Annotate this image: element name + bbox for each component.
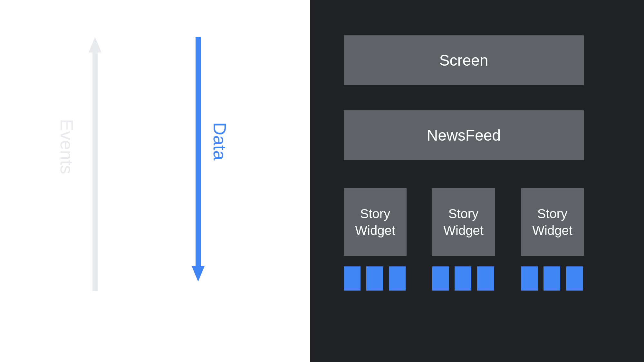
story-widget-box: StoryWidget: [432, 188, 495, 256]
blue-rect: [344, 266, 360, 291]
data-arrow-container: Data: [192, 37, 205, 282]
blue-rect: [366, 266, 383, 291]
screen-box: Screen: [344, 35, 584, 85]
screen-box-label: Screen: [439, 51, 488, 69]
blue-rect: [566, 266, 583, 291]
right-panel: Screen NewsFeed StoryWidget StoryWidget …: [310, 0, 644, 362]
blue-rect: [521, 266, 538, 291]
blue-rect-group: [432, 266, 494, 291]
story-widget-label: StoryWidget: [529, 205, 576, 239]
svg-marker-1: [192, 37, 205, 282]
left-panel: Events Data: [0, 0, 310, 362]
arrow-up-icon: [89, 37, 101, 291]
blue-rect: [389, 266, 406, 291]
story-widget-box: StoryWidget: [344, 188, 407, 256]
blue-rect: [432, 266, 449, 291]
events-arrow-container: Events: [89, 37, 101, 291]
blue-rect: [477, 266, 494, 291]
story-widget-label: StoryWidget: [440, 205, 487, 239]
story-widget-box: StoryWidget: [521, 188, 584, 256]
blue-rect: [543, 266, 560, 291]
svg-marker-0: [89, 37, 101, 291]
blue-rect: [455, 266, 471, 291]
story-widget-label: StoryWidget: [352, 205, 399, 239]
events-arrow-label: Events: [56, 119, 77, 174]
newsfeed-box-label: NewsFeed: [427, 126, 501, 144]
blue-rect-group: [344, 266, 406, 291]
arrow-down-icon: [192, 37, 205, 282]
data-arrow-label: Data: [209, 122, 230, 160]
blue-rect-group: [521, 266, 583, 291]
newsfeed-box: NewsFeed: [344, 110, 584, 160]
